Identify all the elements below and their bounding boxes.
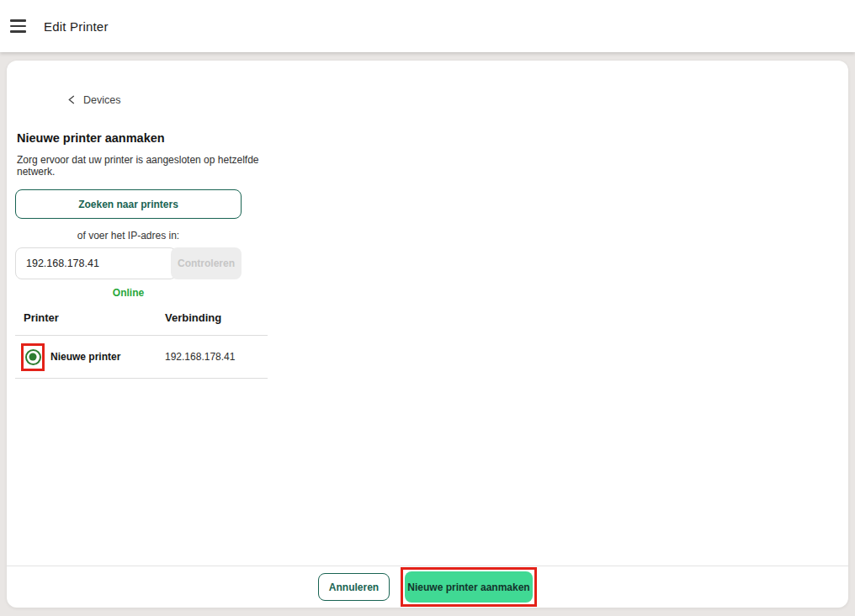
printer-table: Printer Verbinding Nieuwe printer 192.16… <box>15 308 268 379</box>
table-row[interactable]: Nieuwe printer 192.168.178.41 <box>15 336 268 379</box>
back-link-label: Devices <box>83 94 120 106</box>
top-bar: Edit Printer <box>0 0 855 52</box>
ip-entry-row: Controleren <box>15 247 242 279</box>
footer-action-bar: Annuleren Nieuwe printer aanmaken <box>7 566 848 608</box>
chevron-left-icon <box>67 95 77 104</box>
radio-selected-icon[interactable] <box>25 349 41 365</box>
printer-status-badge: Online <box>15 287 242 299</box>
create-printer-button[interactable]: Nieuwe printer aanmaken <box>405 571 533 603</box>
section-subtitle: Zorg ervoor dat uw printer is aangeslote… <box>17 154 268 178</box>
table-header-row: Printer Verbinding <box>15 308 268 336</box>
cancel-button[interactable]: Annuleren <box>318 573 390 601</box>
annotation-highlight-radio <box>21 343 45 371</box>
search-printers-button[interactable]: Zoeken naar printers <box>15 189 242 219</box>
column-header-connection: Verbinding <box>165 311 268 324</box>
card-content: Devices Nieuwe printer aanmaken Zorg erv… <box>7 61 848 566</box>
printer-connection: 192.168.178.41 <box>165 351 268 363</box>
check-ip-button[interactable]: Controleren <box>171 247 242 279</box>
page-title: Edit Printer <box>44 19 109 34</box>
printer-setup-card: Devices Nieuwe printer aanmaken Zorg erv… <box>7 61 848 608</box>
menu-icon[interactable] <box>10 16 26 36</box>
back-link-devices[interactable]: Devices <box>67 94 120 106</box>
section-heading: Nieuwe printer aanmaken <box>17 131 268 145</box>
printer-name: Nieuwe printer <box>50 351 120 363</box>
annotation-highlight-submit: Nieuwe printer aanmaken <box>401 567 537 607</box>
ip-address-input[interactable] <box>15 247 177 279</box>
ip-prompt-label: of voer het IP-adres in: <box>15 230 242 242</box>
column-header-printer: Printer <box>15 311 165 324</box>
